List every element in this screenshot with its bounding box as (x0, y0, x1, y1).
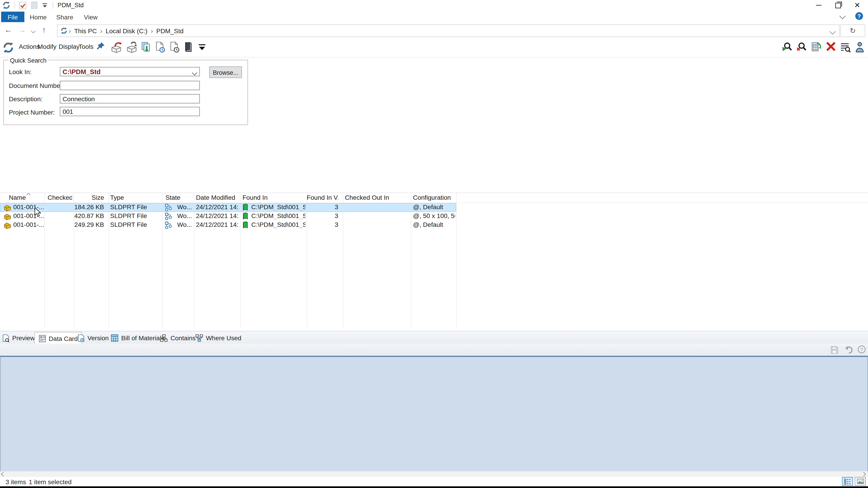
up-arrow-icon[interactable]: ↑ (42, 26, 46, 34)
column-header-found-in-versions[interactable]: Found In V... (307, 194, 338, 201)
description-value: Connection (63, 95, 95, 102)
recent-locations-chevron-icon[interactable] (32, 29, 35, 33)
column-header-type[interactable]: Type (110, 194, 124, 201)
tab-bill-of-materials[interactable]: Bill of Materials (111, 332, 164, 344)
tab-share[interactable]: Share (54, 11, 76, 22)
breadcrumb-this-pc[interactable]: This PC (74, 27, 97, 34)
clear-search-icon[interactable] (796, 41, 807, 53)
run-search-icon[interactable] (782, 41, 793, 53)
status-bar: 3 items 1 item selected (0, 477, 868, 486)
thumbnail-view-icon (857, 479, 864, 484)
column-header-checked-out-in[interactable]: Checked Out In (345, 194, 389, 201)
browse-button[interactable]: Browse... (209, 66, 242, 78)
preview-icon (2, 334, 9, 342)
tab-where-used[interactable]: Where Used (195, 332, 241, 344)
column-header-name[interactable]: Name (9, 194, 26, 201)
more-actions-dropdown-icon[interactable] (198, 44, 206, 51)
menu-actions[interactable]: Actions (19, 43, 39, 50)
details-view-icon (844, 478, 851, 484)
get-version-icon[interactable] (155, 41, 166, 53)
close-search-icon[interactable] (826, 41, 836, 52)
check-in-icon[interactable] (125, 41, 138, 53)
tab-view[interactable]: View (80, 11, 102, 22)
breadcrumb-pdm-std[interactable]: PDM_Std (156, 27, 184, 34)
sldprt-part-icon (3, 203, 12, 211)
menu-display[interactable]: Display (59, 43, 80, 50)
tab-file[interactable]: File (1, 11, 24, 22)
menu-modify[interactable]: Modify (38, 43, 57, 50)
scroll-right-icon[interactable] (862, 472, 866, 477)
cell-state: Wo... (177, 221, 193, 228)
vault-view-icon[interactable] (184, 41, 193, 53)
help-icon[interactable]: ? (855, 12, 863, 20)
check-out-icon[interactable] (110, 41, 123, 53)
tab-contains[interactable]: Contains (160, 332, 196, 344)
column-header-found-in[interactable]: Found In (243, 194, 268, 201)
column-header-configuration[interactable]: Configuration (413, 194, 451, 201)
cell-configuration: @, Default (413, 221, 455, 228)
vault-icon (242, 221, 248, 229)
address-dropdown-chevron-icon[interactable] (830, 29, 835, 34)
refresh-button[interactable]: ↻ (840, 24, 865, 37)
panel-help-icon[interactable]: ? (857, 345, 866, 354)
combo-chevron-icon[interactable] (192, 70, 197, 75)
file-row-2[interactable]: 001-001-... 420.87 KB SLDPRT File Wo... … (0, 212, 456, 221)
address-bar: ← → ↑ › This PC › Local Disk (C:) › PDM_… (0, 22, 868, 39)
look-in-value: C:\PDM_Std (63, 68, 101, 75)
column-header-state[interactable]: State (165, 194, 180, 201)
open-search-result-icon[interactable] (811, 41, 823, 53)
document-icon[interactable] (31, 2, 37, 9)
pdm-app-icon (2, 1, 11, 9)
cell-name: 001-001-... (13, 203, 44, 210)
cell-found-in: C:\PDM_Std\001_S... (251, 203, 306, 210)
restore-button[interactable] (828, 0, 848, 11)
project-number-value: 001 (63, 108, 73, 115)
save-icon[interactable] (830, 346, 839, 354)
column-divider[interactable] (456, 193, 457, 328)
breadcrumb-local-disk[interactable]: Local Disk (C:) (106, 27, 148, 34)
checked-document-icon[interactable] (19, 1, 26, 9)
tab-home[interactable]: Home (27, 11, 49, 22)
close-button[interactable]: ✕ (847, 0, 867, 11)
details-view-button[interactable] (842, 477, 853, 486)
file-row-1[interactable]: 001-001-... 184.26 KB SLDPRT File Wo... … (0, 203, 456, 212)
menu-tools[interactable]: Tools (79, 43, 94, 50)
description-input[interactable]: Connection (60, 94, 200, 103)
minimize-ribbon-icon[interactable] (840, 14, 845, 18)
forward-arrow-icon[interactable]: → (18, 26, 26, 34)
get-latest-version-icon[interactable] (141, 41, 152, 53)
look-in-combobox[interactable]: C:\PDM_Std (60, 67, 200, 76)
tab-preview[interactable]: Preview (2, 332, 35, 344)
quick-search-panel: Quick Search Look In: C:\PDM_Std Browse.… (3, 60, 248, 125)
column-header-size[interactable]: Size (74, 194, 104, 201)
scroll-left-icon[interactable] (1, 472, 6, 477)
minimize-button[interactable] (809, 0, 828, 11)
tab-label: Version (88, 335, 109, 341)
column-header-checked-out-by[interactable]: Checked ... (48, 194, 72, 201)
version-icon (78, 334, 85, 342)
quick-search-title: Quick Search (8, 57, 48, 64)
qat-dropdown-icon[interactable] (42, 3, 48, 8)
pin-icon[interactable] (96, 42, 105, 52)
address-field[interactable]: › This PC › Local Disk (C:) › PDM_Std (57, 24, 840, 37)
history-icon[interactable] (169, 41, 180, 53)
undo-icon[interactable] (844, 346, 853, 354)
back-arrow-icon[interactable]: ← (4, 26, 12, 34)
thumbnail-view-button[interactable] (855, 477, 866, 486)
cell-date-modified: 24/12/2021 14:... (196, 221, 239, 228)
pdm-logo-icon (2, 41, 14, 54)
document-number-input[interactable] (60, 81, 200, 90)
list-header: Name Checked ... Size Type State Date Mo… (0, 193, 868, 203)
breadcrumb-chevron: › (151, 27, 153, 35)
tab-label: Data Card (49, 335, 78, 341)
search-list-icon[interactable] (840, 41, 851, 53)
horizontal-scrollbar[interactable] (0, 471, 868, 477)
project-number-input[interactable]: 001 (60, 107, 200, 116)
data-card-toolbar: ? (0, 344, 868, 356)
file-row-3[interactable]: 001-001-... 249.29 KB SLDPRT File Wo... … (0, 221, 456, 230)
column-header-date-modified[interactable]: Date Modified (196, 194, 235, 201)
tab-data-card[interactable]: Data Card (34, 332, 82, 344)
user-icon[interactable] (855, 41, 864, 53)
tab-version[interactable]: Version (78, 332, 109, 344)
project-number-label: Project Number: (9, 109, 55, 116)
